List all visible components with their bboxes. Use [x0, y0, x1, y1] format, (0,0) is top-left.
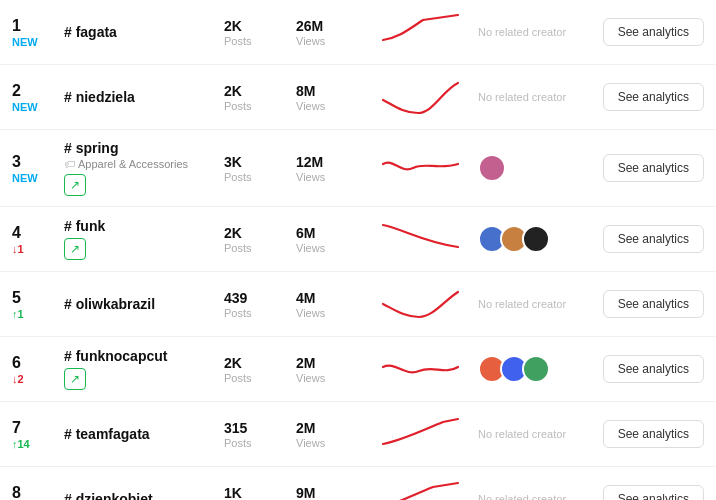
- hashtag-category: 🏷 Apparel & Accessories: [64, 158, 224, 170]
- rank-col: 7 ↑14: [12, 418, 64, 450]
- action-col: See analytics: [598, 420, 704, 448]
- see-analytics-button[interactable]: See analytics: [603, 485, 704, 500]
- views-count: 2M: [296, 420, 368, 436]
- posts-col: 2K Posts: [224, 18, 296, 47]
- views-col: 2M Views: [296, 355, 368, 384]
- trending-table: 1 NEW # fagata 2K Posts 26M Views No rel…: [0, 0, 716, 500]
- table-row: 5 ↑1 # oliwkabrazil 439 Posts 4M Views N…: [0, 272, 716, 337]
- creator-avatar: [522, 225, 550, 253]
- action-col: See analytics: [598, 355, 704, 383]
- table-row: 1 NEW # fagata 2K Posts 26M Views No rel…: [0, 0, 716, 65]
- sparkline-chart: [383, 217, 463, 261]
- views-label: Views: [296, 35, 368, 47]
- trend-up-icon: ↗: [64, 174, 86, 196]
- see-analytics-button[interactable]: See analytics: [603, 420, 704, 448]
- views-label: Views: [296, 372, 368, 384]
- see-analytics-button[interactable]: See analytics: [603, 355, 704, 383]
- posts-count: 2K: [224, 355, 296, 371]
- posts-label: Posts: [224, 307, 296, 319]
- sparkline-chart: [383, 10, 463, 54]
- rank-badge: NEW: [12, 101, 64, 113]
- views-col: 8M Views: [296, 83, 368, 112]
- table-row: 2 NEW # niedziela 2K Posts 8M Views No r…: [0, 65, 716, 130]
- posts-label: Posts: [224, 35, 296, 47]
- rank-number: 7: [12, 418, 64, 437]
- rank-col: 2 NEW: [12, 81, 64, 113]
- name-col: # teamfagata: [64, 426, 224, 442]
- views-label: Views: [296, 100, 368, 112]
- table-row: 4 ↓1 # funk ↗ 2K Posts 6M Views See anal…: [0, 207, 716, 272]
- rank-col: 1 NEW: [12, 16, 64, 48]
- posts-col: 2K Posts: [224, 83, 296, 112]
- name-col: # oliwkabrazil: [64, 296, 224, 312]
- chart-col: [368, 10, 478, 54]
- chart-col: [368, 412, 478, 456]
- chart-col: [368, 146, 478, 190]
- hashtag-name: # funknocapcut: [64, 348, 224, 364]
- posts-col: 3K Posts: [224, 154, 296, 183]
- hashtag-name: # oliwkabrazil: [64, 296, 224, 312]
- views-count: 2M: [296, 355, 368, 371]
- sparkline-chart: [383, 75, 463, 119]
- rank-col: 3 NEW: [12, 152, 64, 184]
- action-col: See analytics: [598, 225, 704, 253]
- sparkline-chart: [383, 347, 463, 391]
- creator-col: No related creator: [478, 26, 598, 38]
- views-col: 2M Views: [296, 420, 368, 449]
- hashtag-name: # niedziela: [64, 89, 224, 105]
- views-label: Views: [296, 242, 368, 254]
- creator-col: No related creator: [478, 428, 598, 440]
- chart-col: [368, 282, 478, 326]
- name-col: # fagata: [64, 24, 224, 40]
- views-count: 4M: [296, 290, 368, 306]
- see-analytics-button[interactable]: See analytics: [603, 154, 704, 182]
- tag-icon: 🏷: [64, 158, 75, 170]
- rank-badge: ↑14: [12, 438, 64, 450]
- posts-col: 315 Posts: [224, 420, 296, 449]
- posts-count: 2K: [224, 83, 296, 99]
- posts-label: Posts: [224, 437, 296, 449]
- views-count: 12M: [296, 154, 368, 170]
- table-row: 6 ↓2 # funknocapcut ↗ 2K Posts 2M Views …: [0, 337, 716, 402]
- rank-badge: ↓2: [12, 373, 64, 385]
- posts-label: Posts: [224, 372, 296, 384]
- name-col: # spring 🏷 Apparel & Accessories ↗: [64, 140, 224, 196]
- action-col: See analytics: [598, 154, 704, 182]
- posts-col: 439 Posts: [224, 290, 296, 319]
- action-col: See analytics: [598, 18, 704, 46]
- action-col: See analytics: [598, 290, 704, 318]
- name-col: # dzienkobiet: [64, 491, 224, 500]
- no-creator-label: No related creator: [478, 428, 566, 440]
- views-col: 6M Views: [296, 225, 368, 254]
- rank-col: 4 ↓1: [12, 223, 64, 255]
- rank-number: 2: [12, 81, 64, 100]
- views-col: 12M Views: [296, 154, 368, 183]
- hashtag-name: # funk: [64, 218, 224, 234]
- rank-number: 6: [12, 353, 64, 372]
- name-col: # niedziela: [64, 89, 224, 105]
- name-col: # funk ↗: [64, 218, 224, 260]
- creator-avatar-group: [478, 355, 550, 383]
- posts-count: 3K: [224, 154, 296, 170]
- creator-avatar-group: [478, 154, 506, 182]
- rank-number: 4: [12, 223, 64, 242]
- rank-col: 5 ↑1: [12, 288, 64, 320]
- see-analytics-button[interactable]: See analytics: [603, 290, 704, 318]
- creator-col: No related creator: [478, 493, 598, 500]
- see-analytics-button[interactable]: See analytics: [603, 18, 704, 46]
- table-row: 7 ↑14 # teamfagata 315 Posts 2M Views No…: [0, 402, 716, 467]
- chart-col: [368, 75, 478, 119]
- creator-col: [478, 225, 598, 253]
- rank-col: 8 NEW: [12, 483, 64, 500]
- hashtag-name: # fagata: [64, 24, 224, 40]
- creator-col: [478, 154, 598, 182]
- table-row: 3 NEW # spring 🏷 Apparel & Accessories ↗…: [0, 130, 716, 207]
- posts-col: 1K Posts: [224, 485, 296, 501]
- see-analytics-button[interactable]: See analytics: [603, 83, 704, 111]
- views-label: Views: [296, 437, 368, 449]
- posts-label: Posts: [224, 100, 296, 112]
- creator-col: No related creator: [478, 91, 598, 103]
- no-creator-label: No related creator: [478, 493, 566, 500]
- see-analytics-button[interactable]: See analytics: [603, 225, 704, 253]
- views-count: 8M: [296, 83, 368, 99]
